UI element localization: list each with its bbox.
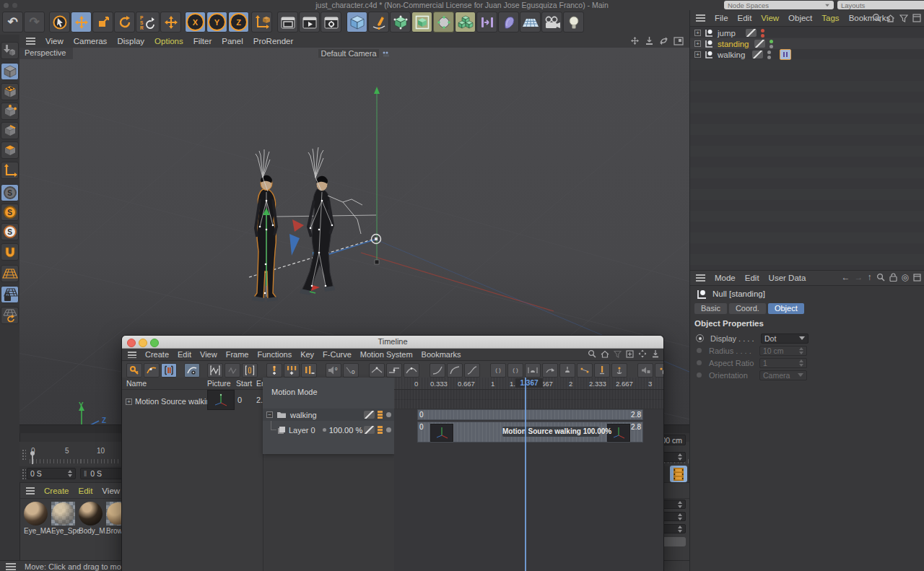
- primitive-cube-button[interactable]: [346, 12, 367, 32]
- mute-sound-button[interactable]: 0: [326, 363, 341, 378]
- motion-source-thumbnail[interactable]: [207, 390, 235, 410]
- enable-toggle[interactable]: [364, 426, 375, 434]
- y-axis-button[interactable]: Y: [206, 12, 227, 32]
- lock-icon[interactable]: [889, 273, 897, 282]
- object-row-standing[interactable]: + standing: [690, 38, 924, 49]
- workplane-button[interactable]: [1, 265, 19, 282]
- show-animated-button[interactable]: [207, 363, 223, 378]
- forward-arrow-icon[interactable]: →: [855, 272, 863, 282]
- node-spaces-select[interactable]: Node Spaces: [724, 1, 834, 9]
- up-arrow-icon[interactable]: ↑: [868, 272, 872, 282]
- workplane-rotate-button[interactable]: [1, 307, 19, 324]
- viewport-pan-icon[interactable]: [630, 36, 640, 45]
- sound-zero-field[interactable]: 0: [343, 363, 359, 378]
- radio-icon[interactable]: [697, 348, 702, 353]
- viewport-menu-options[interactable]: Options: [154, 37, 183, 45]
- delete-key-button[interactable]: [301, 363, 317, 378]
- lock-time-button[interactable]: [637, 363, 653, 378]
- layouts-select[interactable]: Layouts: [837, 1, 924, 9]
- tl-menu-edit[interactable]: Edit: [178, 350, 191, 359]
- home-icon[interactable]: [601, 350, 609, 358]
- key-pair-button[interactable]: [577, 363, 593, 378]
- motion-mode-label[interactable]: Motion Mode: [271, 388, 318, 396]
- show-curves-button[interactable]: [225, 363, 240, 378]
- magnet-snap-button[interactable]: [1, 243, 19, 261]
- tl-menu-frame[interactable]: Frame: [226, 350, 249, 359]
- scale-tool-button[interactable]: [92, 12, 113, 32]
- current-time-field[interactable]: 0 S: [27, 468, 76, 479]
- viewport-toggle-icon[interactable]: [674, 37, 684, 45]
- spline-pen-button[interactable]: [368, 12, 389, 32]
- tl-menu-bookmarks[interactable]: Bookmarks: [422, 350, 461, 359]
- lock-workplane-button[interactable]: [1, 286, 19, 303]
- viewport-menu-view[interactable]: View: [45, 37, 64, 45]
- layer-strength-value[interactable]: 100.00 %: [329, 426, 362, 435]
- solo-dot[interactable]: [386, 412, 391, 417]
- move-tool-button[interactable]: [71, 12, 92, 32]
- panel-icon[interactable]: [912, 14, 921, 22]
- render-visibility-dot[interactable]: [761, 34, 764, 38]
- viewport-zoom-icon[interactable]: [645, 36, 654, 45]
- new-panel-icon[interactable]: [626, 350, 634, 358]
- automatic-mode-button[interactable]: [184, 363, 200, 378]
- pan-icon[interactable]: [638, 349, 647, 358]
- timeline-menu-icon[interactable]: [128, 352, 136, 358]
- bend-deformer-button[interactable]: [498, 12, 519, 32]
- search-icon[interactable]: [872, 13, 881, 22]
- material-tile[interactable]: Eye_Spe: [51, 502, 76, 535]
- enable-toggle[interactable]: [754, 40, 765, 48]
- panel-icon[interactable]: [913, 274, 921, 282]
- minimize-icon[interactable]: [139, 339, 147, 347]
- tl-menu-motion-system[interactable]: Motion System: [360, 350, 413, 359]
- attr-menu-edit[interactable]: Edit: [745, 274, 759, 282]
- redo-button[interactable]: ↷: [24, 12, 45, 32]
- film-mode-button[interactable]: [670, 466, 687, 482]
- material-tile[interactable]: Body_M.: [79, 502, 103, 535]
- aspect-ratio-field[interactable]: 1: [759, 358, 807, 368]
- track-before-button[interactable]: ( ): [490, 363, 506, 378]
- perspective-label[interactable]: Perspective: [19, 48, 73, 59]
- editor-visibility-dot[interactable]: [770, 40, 773, 43]
- ease-in-button[interactable]: [430, 363, 445, 378]
- axis-mode-button[interactable]: [1, 162, 19, 179]
- coordinate-system-button[interactable]: [251, 12, 272, 32]
- column-start[interactable]: Start: [236, 379, 252, 388]
- attr-menu-mode[interactable]: Mode: [715, 274, 736, 282]
- tab-coord[interactable]: Coord.: [729, 303, 766, 314]
- status-menu-icon[interactable]: [6, 563, 16, 570]
- tl-menu-functions[interactable]: Functions: [257, 350, 292, 359]
- materials-menu-icon[interactable]: [26, 487, 35, 494]
- x-axis-button[interactable]: X: [185, 12, 206, 32]
- layer-color-chips[interactable]: [378, 411, 383, 419]
- motion-clip-bar-layer[interactable]: 0 2.8 Motion Source walking 100.00%: [417, 422, 643, 443]
- add-key-button[interactable]: [266, 363, 282, 378]
- enable-toggle[interactable]: [746, 29, 757, 37]
- linear-interp-button[interactable]: [369, 363, 385, 378]
- layer-color-chips[interactable]: [378, 426, 383, 434]
- zoom-icon[interactable]: [150, 339, 159, 347]
- points-mode-button[interactable]: [1, 103, 19, 120]
- close-icon[interactable]: [127, 339, 136, 347]
- motion-system-tag[interactable]: [780, 49, 791, 60]
- radio-icon[interactable]: [696, 334, 704, 342]
- timeline-titlebar[interactable]: Timeline: [122, 336, 663, 349]
- back-arrow-icon[interactable]: ←: [842, 272, 850, 282]
- motion-clip-bar-summary[interactable]: 0 2.8: [417, 409, 643, 420]
- make-editable-button[interactable]: [1, 42, 19, 59]
- viewport-rotate-icon[interactable]: [659, 36, 668, 45]
- object-row-walking[interactable]: + walking: [690, 49, 924, 60]
- editor-visibility-dot[interactable]: [767, 51, 771, 54]
- tl-menu-fcurve[interactable]: F-Curve: [323, 350, 352, 359]
- tab-basic[interactable]: Basic: [694, 303, 727, 314]
- tl-menu-create[interactable]: Create: [145, 350, 169, 359]
- track-continue-button[interactable]: [559, 363, 575, 378]
- tl-menu-view[interactable]: View: [200, 350, 217, 359]
- track-before-osc-button[interactable]: [525, 363, 541, 378]
- undo-button[interactable]: ↶: [2, 12, 23, 32]
- timeline-track-area[interactable]: 0 0.333 0.667 1 1.333 1.667 2 2.333 2.66…: [394, 378, 664, 571]
- editor-visibility-dot[interactable]: [761, 29, 764, 32]
- model-mode-button[interactable]: [1, 63, 19, 80]
- om-menu-edit[interactable]: Edit: [738, 14, 752, 22]
- key-pin-button[interactable]: [594, 363, 610, 378]
- snap-enable-button[interactable]: S: [1, 184, 19, 201]
